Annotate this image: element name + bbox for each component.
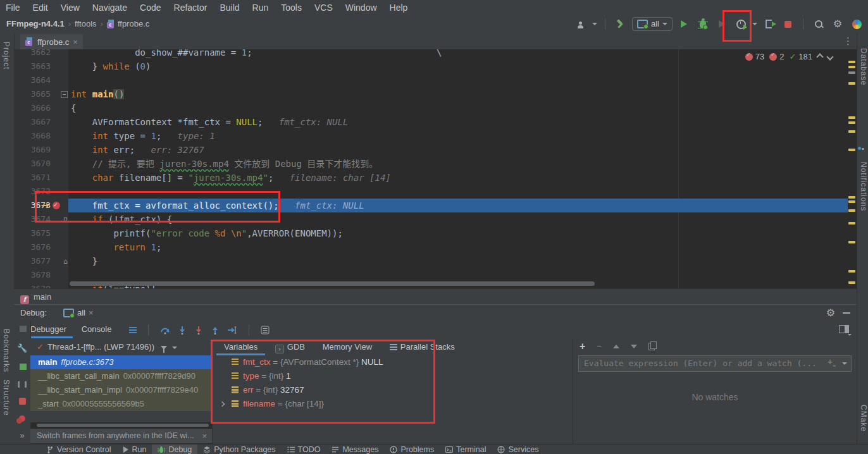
- gear-icon[interactable]: ⚙: [830, 17, 845, 31]
- variable-row-filename[interactable]: filename = {char [14]}: [213, 397, 573, 411]
- filter-funnel-icon[interactable]: [161, 346, 167, 350]
- code-editor[interactable]: 3662 do_show_##varname = 1;\3663 } while…: [14, 49, 848, 288]
- tab-parallel-stacks[interactable]: Parallel Stacks: [382, 338, 462, 353]
- menu-help[interactable]: Help: [383, 0, 414, 15]
- add-watch-icon[interactable]: +: [580, 341, 585, 352]
- statusbar-problems[interactable]: Problems: [384, 445, 440, 454]
- tab-memory-view[interactable]: Memory View: [315, 338, 380, 353]
- tab-close-icon[interactable]: ×: [73, 37, 78, 47]
- gutter-line-3667[interactable]: 3667: [14, 115, 68, 129]
- prev-problem-icon[interactable]: [816, 53, 823, 60]
- statusbar-run[interactable]: Run: [116, 445, 152, 454]
- code-line-3671[interactable]: 3671 char filename[] = "juren-30s.mp4"; …: [14, 171, 848, 185]
- toolwindow-project[interactable]: Project: [2, 42, 11, 70]
- menu-view[interactable]: View: [54, 0, 86, 15]
- banner-close-icon[interactable]: ×: [202, 429, 207, 443]
- expression-dropdown-icon[interactable]: [842, 362, 847, 365]
- code-line-3673[interactable]: 3673→✓ fmt_ctx = avformat_alloc_context(…: [14, 199, 848, 212]
- gutter-line-3669[interactable]: 3669: [14, 143, 68, 157]
- hide-panel-icon[interactable]: [843, 312, 850, 314]
- frame-row[interactable]: mainffprobe.c:3673: [30, 355, 212, 369]
- profiler-dropdown-icon[interactable]: [752, 23, 757, 25]
- settings-wrench-icon[interactable]: 🔧: [18, 343, 27, 352]
- pause-icon[interactable]: [18, 380, 27, 389]
- fold-marker[interactable]: −: [61, 91, 68, 98]
- force-step-into-icon[interactable]: [194, 326, 203, 334]
- inspections-widget[interactable]: ✓73 ✓2 ✓181: [745, 52, 833, 61]
- variable-row-type[interactable]: type = {int} 1: [213, 369, 573, 383]
- gutter-line-3668[interactable]: 3668: [14, 129, 68, 143]
- search-icon[interactable]: [811, 17, 826, 31]
- step-into-icon[interactable]: [178, 326, 187, 334]
- statusbar-services[interactable]: Services: [492, 445, 544, 454]
- user-icon[interactable]: [573, 17, 588, 31]
- view-breakpoints-icon[interactable]: [18, 414, 27, 423]
- more-icon[interactable]: »: [18, 431, 27, 439]
- gutter-line-3675[interactable]: 3675: [14, 226, 68, 240]
- toolbox-sphere-icon[interactable]: [849, 17, 864, 31]
- run-button[interactable]: [676, 17, 691, 31]
- menu-refactor[interactable]: Refactor: [168, 0, 214, 15]
- build-hammer-icon[interactable]: [613, 17, 628, 31]
- user-dropdown-icon[interactable]: [592, 23, 597, 25]
- frames-scrollbar[interactable]: [37, 424, 209, 427]
- editor-horizontal-scrollbar[interactable]: [70, 281, 595, 286]
- session-close-icon[interactable]: ×: [89, 305, 94, 321]
- fold-marker[interactable]: ⌂: [63, 216, 68, 223]
- breadcrumb-item-fftools[interactable]: fftools: [75, 19, 96, 28]
- evaluate-expression-icon[interactable]: [261, 326, 270, 334]
- tab-gdb[interactable]: ›GDB: [268, 338, 313, 353]
- gutter-line-3673[interactable]: 3673→✓: [14, 199, 68, 212]
- code-line-3664[interactable]: 3664: [14, 73, 848, 87]
- breadcrumb-function[interactable]: main: [34, 292, 51, 302]
- gutter-line-3670[interactable]: 3670: [14, 157, 68, 171]
- tab-console[interactable]: Console: [75, 321, 118, 336]
- next-problem-icon[interactable]: [826, 53, 833, 60]
- thread-selector[interactable]: ✓Thread-1-[ffp... (LWP 71496)): [30, 338, 212, 356]
- gutter-line-3666[interactable]: 3666: [14, 101, 68, 115]
- menu-code[interactable]: Code: [133, 0, 167, 15]
- frame-row[interactable]: _start0x00005555556569b5: [30, 397, 212, 411]
- statusbar-todo[interactable]: TODO: [282, 445, 326, 454]
- menu-edit[interactable]: Edit: [27, 0, 54, 15]
- toolwindow-bookmarks[interactable]: Bookmarks: [2, 329, 11, 372]
- debug-button[interactable]: [695, 17, 710, 31]
- toolwindow-cmake[interactable]: CMake: [859, 405, 868, 432]
- duplicate-icon[interactable]: [648, 343, 655, 350]
- code-line-3675[interactable]: 3675 printf("error code %d \n",AVERROR(E…: [14, 226, 848, 240]
- menu-window[interactable]: Window: [339, 0, 383, 15]
- rerun-icon[interactable]: [18, 324, 27, 333]
- toolwindow-notifications[interactable]: Notifications: [859, 162, 868, 211]
- menu-build[interactable]: Build: [213, 0, 245, 15]
- menu-vcs[interactable]: VCS: [308, 0, 339, 15]
- step-over-icon[interactable]: [160, 326, 170, 334]
- gutter-line-3676[interactable]: 3676: [14, 240, 68, 254]
- move-up-icon[interactable]: [613, 345, 619, 348]
- add-watch-inline-icon[interactable]: +∞: [828, 355, 836, 372]
- menu-file[interactable]: File: [0, 0, 27, 15]
- gutter-line-3674[interactable]: 3674⌂: [14, 212, 68, 226]
- resume-icon[interactable]: [18, 362, 27, 371]
- code-line-3666[interactable]: 3666{: [14, 101, 848, 115]
- code-line-3676[interactable]: 3676 return 1;: [14, 240, 848, 254]
- thread-dropdown-icon[interactable]: [172, 347, 177, 349]
- code-line-3669[interactable]: 3669 int err; err: 32767: [14, 143, 848, 157]
- gutter-line-3679[interactable]: 3679: [14, 282, 68, 288]
- code-line-3665[interactable]: 3665−int main(): [14, 87, 848, 101]
- code-line-3670[interactable]: 3670 // 提示, 要把 juren-30s.mp4 文件放到 Debug …: [14, 157, 848, 171]
- breadcrumb-item-ffmpeg-n4.4.1[interactable]: FFmpeg-n4.4.1: [6, 19, 65, 28]
- gutter-line-3665[interactable]: 3665−: [14, 87, 68, 101]
- gutter-line-3677[interactable]: 3677⌂: [14, 254, 68, 268]
- toolwindow-structure[interactable]: Structure: [2, 379, 11, 416]
- editor-error-stripe[interactable]: [848, 49, 857, 288]
- breadcrumb-item-ffprobe.c[interactable]: ffprobe.c: [118, 19, 149, 28]
- editor-tab-ffprobe[interactable]: c ffprobe.c ×: [20, 34, 83, 49]
- expand-chevron-icon[interactable]: [220, 402, 225, 407]
- run-to-cursor-icon[interactable]: [227, 326, 237, 334]
- menu-tools[interactable]: Tools: [275, 0, 308, 15]
- tab-debugger[interactable]: Debugger: [24, 321, 73, 338]
- statusbar-version-control[interactable]: Version Control: [40, 445, 116, 454]
- statusbar-python-packages[interactable]: Python Packages: [197, 445, 281, 454]
- run-config-selector[interactable]: all: [632, 17, 673, 31]
- gutter-line-3671[interactable]: 3671: [14, 171, 68, 185]
